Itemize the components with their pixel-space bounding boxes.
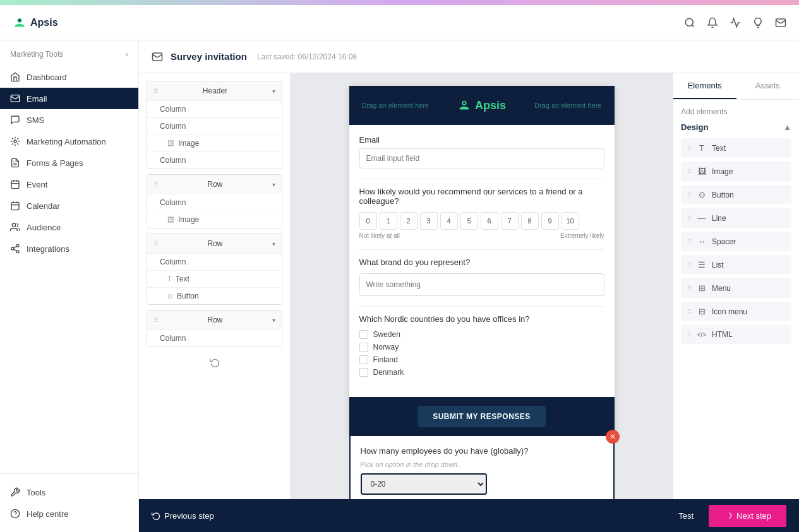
nps-btn-9[interactable]: 9 — [541, 212, 559, 230]
block-label: Row — [207, 316, 222, 324]
drag-handle[interactable]: ⠿ — [153, 88, 158, 95]
chevron-down-icon[interactable]: ▾ — [272, 181, 275, 188]
brand-input[interactable] — [359, 273, 604, 296]
column-label: Column — [160, 334, 186, 343]
content-area: Survey invitation Last saved: 06/12/2024… — [139, 40, 799, 532]
event-icon — [10, 179, 20, 189]
submit-button[interactable]: SUBMIT MY RESPONSES — [418, 406, 546, 427]
checkbox-box — [359, 330, 368, 339]
nps-btn-5[interactable]: 5 — [460, 212, 478, 230]
undo-button[interactable] — [139, 352, 290, 372]
nps-btn-3[interactable]: 3 — [420, 212, 438, 230]
element-label: List — [712, 261, 724, 269]
svg-rect-3 — [776, 19, 786, 27]
sidebar-item-integrations[interactable]: Integrations — [0, 238, 138, 259]
sidebar-item-marketing-automation[interactable]: Marketing Automation — [0, 131, 138, 152]
image-label: Image — [178, 215, 199, 224]
sidebar-item-forms-pages[interactable]: Forms & Pages — [0, 152, 138, 174]
previous-step-button[interactable]: Previous step — [152, 511, 214, 521]
drag-handle-icon: ⠿ — [687, 168, 692, 175]
element-item-image[interactable]: ⠿ 🖼 Image — [681, 162, 791, 181]
drag-handle-icon: ⠿ — [687, 238, 692, 245]
nps-btn-0[interactable]: 0 — [359, 212, 377, 230]
column-label: Column — [160, 156, 186, 165]
employees-section: ✕ How many employees do you have (global… — [349, 436, 615, 499]
automation-icon — [10, 136, 20, 146]
test-button[interactable]: Test — [663, 505, 709, 527]
nps-btn-7[interactable]: 7 — [501, 212, 519, 230]
spacer-icon: ↔ — [697, 237, 707, 246]
nps-btn-6[interactable]: 6 — [481, 212, 498, 230]
divider — [359, 306, 604, 307]
bell-icon[interactable] — [707, 17, 718, 28]
element-label: Text — [712, 144, 726, 153]
structure-panel: ⠿ Header ▾ Column Column 🖼 — [139, 73, 291, 499]
chevron-down-icon[interactable]: ▾ — [272, 88, 275, 95]
email-input[interactable] — [359, 148, 604, 168]
element-item-menu[interactable]: ⠿ ⊞ Menu — [681, 278, 791, 298]
drag-handle[interactable]: ⠿ — [153, 240, 158, 247]
checkbox-denmark[interactable]: Denmark — [359, 368, 604, 377]
checkbox-label: Sweden — [373, 330, 400, 339]
nps-btn-2[interactable]: 2 — [400, 212, 418, 230]
sidebar-item-help-centre[interactable]: Help centre — [0, 503, 138, 524]
drag-handle[interactable]: ⠿ — [153, 317, 158, 324]
bottom-bar: Previous step Test Next step — [139, 499, 799, 532]
sidebar-item-label: SMS — [27, 115, 44, 125]
checkbox-norway[interactable]: Norway — [359, 343, 604, 352]
employees-select[interactable]: 0-20 21-50 51-100 101-500 +501 Not sure — [361, 473, 487, 495]
home-icon — [10, 72, 20, 82]
element-item-text[interactable]: ⠿ T Text — [681, 138, 791, 158]
checkbox-sweden[interactable]: Sweden — [359, 330, 604, 339]
element-label: Button — [712, 191, 734, 199]
element-item-html[interactable]: ⠿ </> HTML — [681, 325, 791, 344]
search-icon[interactable] — [684, 17, 695, 28]
nps-btn-10[interactable]: 10 — [562, 212, 579, 230]
svg-point-19 — [16, 251, 19, 253]
close-circle-btn[interactable]: ✕ — [606, 430, 620, 444]
survey-body: Email How likely would you recommend our… — [349, 125, 615, 397]
svg-point-26 — [463, 102, 466, 105]
element-item-list[interactable]: ⠿ ☰ List — [681, 255, 791, 275]
mail-icon[interactable] — [775, 17, 786, 28]
chevron-down-icon[interactable]: ▾ — [272, 240, 275, 247]
element-label: Image — [712, 167, 733, 176]
sidebar-collapse-btn[interactable]: ‹ — [126, 49, 128, 59]
chevron-down-icon[interactable]: ▾ — [272, 317, 275, 324]
design-collapse-btn[interactable]: ▲ — [783, 122, 791, 132]
sidebar-item-event[interactable]: Event — [0, 174, 138, 195]
sidebar-item-audience[interactable]: Audience — [0, 216, 138, 238]
email-label: Email — [359, 135, 604, 145]
nps-btn-1[interactable]: 1 — [380, 212, 397, 230]
structure-block-row1-row: ⠿ Row ▾ — [147, 175, 282, 194]
mail-envelope-icon — [152, 51, 163, 62]
sidebar-item-dashboard[interactable]: Dashboard — [0, 66, 138, 88]
element-item-line[interactable]: ⠿ — Line — [681, 208, 791, 228]
tab-elements[interactable]: Elements — [673, 73, 736, 99]
nps-btn-8[interactable]: 8 — [521, 212, 539, 230]
text-icon-small: T — [167, 275, 172, 283]
sidebar-item-email[interactable]: Email — [0, 88, 138, 109]
tab-assets[interactable]: Assets — [736, 73, 800, 99]
top-bar-actions — [684, 17, 786, 28]
drag-handle[interactable]: ⠿ — [153, 181, 158, 188]
svg-point-5 — [14, 140, 16, 143]
header-drag-right: Drag an element here — [534, 102, 601, 109]
next-step-button[interactable]: Next step — [709, 505, 786, 527]
sidebar-item-sms[interactable]: SMS — [0, 109, 138, 131]
button-label: Button — [177, 292, 199, 300]
activity-icon[interactable] — [730, 17, 741, 28]
undo-icon — [152, 511, 160, 520]
design-header: Design ▲ — [681, 122, 791, 132]
element-item-icon-menu[interactable]: ⠿ ⊟ Icon menu — [681, 302, 791, 321]
sidebar-item-tools[interactable]: Tools — [0, 482, 138, 503]
survey-card: Drag an element here Apsis Drag — [349, 86, 615, 436]
element-item-spacer[interactable]: ⠿ ↔ Spacer — [681, 232, 791, 251]
lightbulb-icon[interactable] — [752, 17, 764, 28]
svg-point-18 — [11, 247, 14, 250]
sidebar-item-calendar[interactable]: Calendar — [0, 195, 138, 216]
element-item-button[interactable]: ⠿ ⊙ Button — [681, 185, 791, 204]
checkbox-finland[interactable]: Finland — [359, 355, 604, 364]
structure-sub-column-r1: Column — [147, 194, 282, 211]
nps-btn-4[interactable]: 4 — [440, 212, 458, 230]
